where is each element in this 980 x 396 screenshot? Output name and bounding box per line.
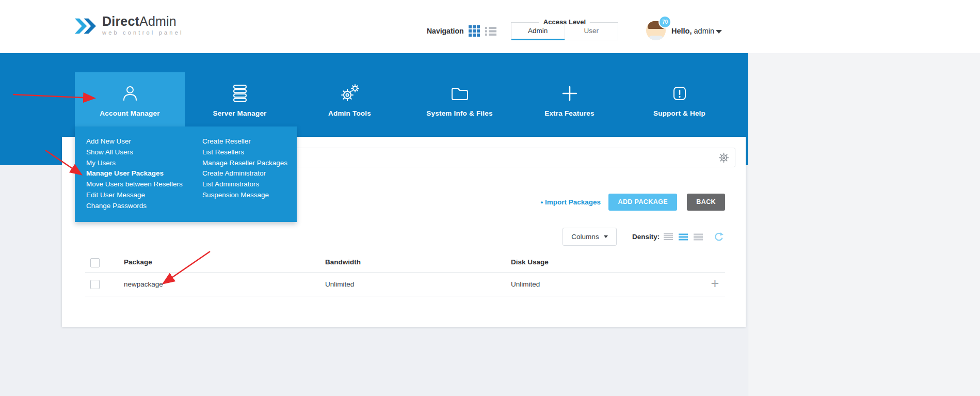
menu-item-create-reseller[interactable]: Create Reseller — [202, 136, 287, 147]
grid-view-icon[interactable] — [469, 25, 480, 39]
tab-admin-tools[interactable]: Admin Tools — [295, 72, 405, 126]
plus-icon — [559, 83, 580, 104]
server-icon — [230, 83, 250, 104]
dropdown-column-resellers: Create Reseller List Resellers Manage Re… — [202, 136, 287, 201]
list-view-icon[interactable] — [485, 27, 496, 38]
access-level-user[interactable]: User — [565, 23, 618, 40]
density-compact-icon[interactable] — [664, 233, 673, 241]
cell-disk-usage: Unlimited — [511, 273, 540, 296]
menu-item-manage-user-packages[interactable]: Manage User Packages — [86, 168, 183, 179]
cell-bandwidth: Unlimited — [325, 273, 354, 296]
column-header-disk-usage[interactable]: Disk Usage — [511, 252, 549, 272]
user-greeting: Hello, admin — [671, 27, 714, 35]
alert-icon — [669, 83, 690, 104]
tab-extra-features[interactable]: Extra Features — [515, 72, 624, 126]
import-packages-label: Import Packages — [545, 198, 601, 206]
folder-icon — [449, 83, 470, 104]
density-normal-icon[interactable] — [679, 233, 688, 241]
directadmin-logo[interactable]: DirectAdmin web control panel — [74, 14, 184, 38]
menu-item-list-resellers[interactable]: List Resellers — [202, 147, 287, 158]
menu-item-manage-reseller-packages[interactable]: Manage Reseller Packages — [202, 158, 287, 169]
tab-label: Extra Features — [544, 109, 595, 117]
menu-item-add-new-user[interactable]: Add New User — [86, 136, 183, 147]
menu-item-move-users-between-resellers[interactable]: Move Users between Resellers — [86, 179, 183, 190]
menu-item-create-administrator[interactable]: Create Administrator — [202, 168, 287, 179]
density-label: Density: — [632, 228, 660, 246]
columns-dropdown-button[interactable]: Columns — [563, 228, 617, 246]
density-comfortable-icon[interactable] — [694, 233, 703, 241]
column-header-bandwidth[interactable]: Bandwidth — [325, 252, 361, 272]
tab-label: Support & Help — [653, 109, 705, 117]
menu-item-suspension-message[interactable]: Suspension Message — [202, 190, 287, 201]
menu-item-edit-user-message[interactable]: Edit User Message — [86, 190, 183, 201]
expand-row-icon[interactable]: + — [703, 273, 727, 296]
row-checkbox[interactable] — [90, 280, 100, 289]
menu-item-list-administrators[interactable]: List Administrators — [202, 179, 287, 190]
add-package-button[interactable]: ADD PACKAGE — [608, 194, 677, 211]
menu-item-change-passwords[interactable]: Change Passwords — [86, 201, 183, 212]
notification-badge: 70 — [658, 15, 671, 28]
select-all-checkbox[interactable] — [90, 258, 100, 267]
cell-package[interactable]: newpackage — [124, 273, 163, 296]
access-level-admin[interactable]: Admin — [511, 23, 565, 40]
menu-item-show-all-users[interactable]: Show All Users — [86, 147, 183, 158]
caret-down-icon — [604, 235, 608, 238]
logo-title-direct: Direct — [102, 14, 139, 28]
tab-server-manager[interactable]: Server Manager — [185, 72, 295, 126]
logo-icon — [74, 14, 97, 38]
tab-system-info-files[interactable]: System Info & Files — [405, 72, 515, 126]
chevron-down-icon[interactable] — [716, 30, 722, 34]
avatar-shirt — [648, 36, 664, 40]
import-packages-link[interactable]: • Import Packages — [540, 198, 601, 206]
main-nav-tabs: Account Manager Server Manager Admin Too… — [75, 72, 734, 126]
gears-icon — [340, 83, 360, 104]
tab-label: Server Manager — [213, 109, 266, 117]
tab-support-help[interactable]: Support & Help — [624, 72, 734, 126]
viewport-edge-divider — [748, 0, 748, 396]
tab-label: Account Manager — [100, 109, 159, 117]
tab-label: Admin Tools — [328, 109, 371, 117]
packages-table: Package Bandwidth Disk Usage newpackage … — [85, 252, 725, 296]
logo-title: DirectAdmin — [102, 14, 184, 28]
logo-title-admin: Admin — [139, 14, 176, 28]
tab-label: System Info & Files — [426, 109, 492, 117]
account-manager-dropdown: Add New User Show All Users My Users Man… — [75, 126, 297, 222]
greeting-word: Hello, — [671, 27, 692, 35]
bullet-icon: • — [540, 198, 543, 206]
directadmin-app: DirectAdmin web control panel Navigation — [0, 0, 980, 396]
dropdown-column-users: Add New User Show All Users My Users Man… — [86, 136, 183, 212]
table-row: newpackage Unlimited Unlimited + — [85, 273, 725, 296]
menu-item-my-users[interactable]: My Users — [86, 158, 183, 169]
gear-icon[interactable] — [718, 152, 730, 164]
username: admin — [694, 27, 715, 35]
logo-text: DirectAdmin web control panel — [102, 14, 184, 36]
outside-viewport-area — [748, 53, 980, 396]
back-button[interactable]: BACK — [687, 194, 725, 211]
refresh-icon[interactable] — [714, 232, 724, 242]
logo-subtitle: web control panel — [102, 29, 184, 36]
tab-account-manager[interactable]: Account Manager — [75, 72, 185, 126]
column-header-package[interactable]: Package — [124, 252, 152, 272]
columns-label: Columns — [571, 233, 599, 241]
table-header-row: Package Bandwidth Disk Usage — [85, 252, 725, 273]
access-level-switch: Access Level Admin User — [511, 22, 618, 40]
navigation-label: Navigation — [427, 27, 464, 35]
top-header: DirectAdmin web control panel Navigation — [0, 0, 980, 53]
person-icon — [120, 83, 140, 104]
